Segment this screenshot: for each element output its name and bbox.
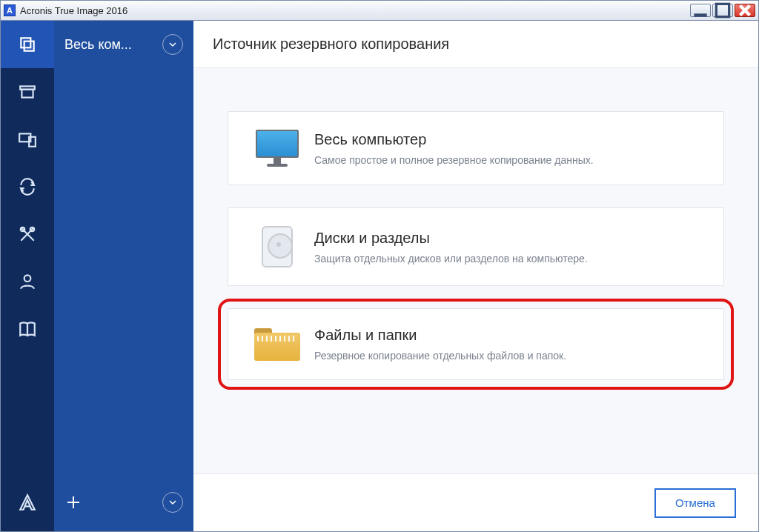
chevron-down-icon (168, 40, 177, 49)
nav-item-tools[interactable] (1, 210, 54, 258)
window-titlebar: A Acronis True Image 2016 (0, 0, 759, 21)
close-button[interactable] (735, 4, 755, 17)
plus-icon (64, 493, 82, 511)
devices-icon (18, 130, 37, 149)
window-title: Acronis True Image 2016 (20, 5, 127, 16)
nav-item-backup[interactable] (1, 21, 54, 68)
app-icon: A (4, 4, 16, 16)
main-header: Источник резервного копирования (193, 21, 758, 68)
main-footer: Отмена (193, 473, 758, 531)
option-title: Весь компьютер (314, 131, 704, 148)
option-title: Диски и разделы (314, 230, 704, 247)
option-files-folders[interactable]: Файлы и папки Резервное копирование отде… (228, 308, 724, 380)
option-disks-partitions[interactable]: Диски и разделы Защита отдельных дисков … (228, 207, 724, 286)
monitor-icon (248, 130, 307, 167)
main-panel: Источник резервного копирования Весь ком… (193, 21, 758, 531)
side-panel-more-button[interactable] (162, 492, 183, 513)
nav-item-devices[interactable] (1, 116, 54, 163)
nav-item-sync[interactable] (1, 163, 54, 210)
option-entire-computer[interactable]: Весь компьютер Самое простое и полное ре… (228, 111, 724, 185)
add-backup-button[interactable] (64, 493, 156, 511)
cancel-label: Отмена (675, 496, 715, 509)
nav-item-help[interactable] (1, 305, 54, 353)
side-panel-label: Весь ком... (64, 37, 156, 53)
disk-icon (248, 226, 307, 267)
folder-icon (248, 328, 307, 361)
minimize-button[interactable] (690, 4, 711, 17)
svg-rect-5 (24, 41, 34, 51)
nav-item-logo[interactable] (1, 473, 54, 531)
side-panel-expand-button[interactable] (162, 34, 183, 55)
option-desc: Резервное копирование отдельных файлов и… (314, 350, 704, 362)
nav-item-account[interactable] (1, 258, 54, 305)
nav-rail (1, 21, 54, 531)
svg-point-14 (24, 275, 31, 282)
svg-rect-1 (716, 4, 729, 16)
sync-icon (18, 177, 37, 196)
cancel-button[interactable]: Отмена (654, 488, 736, 518)
main-body: Весь компьютер Самое простое и полное ре… (193, 68, 758, 473)
option-desc: Защита отдельных дисков или разделов на … (314, 253, 704, 265)
option-title: Файлы и папки (314, 327, 704, 344)
svg-rect-4 (21, 38, 30, 47)
acronis-logo-icon (18, 493, 37, 512)
side-panel: Весь ком... (54, 21, 193, 531)
page-title: Источник резервного копирования (213, 36, 449, 53)
copy-icon (18, 35, 37, 54)
maximize-button[interactable] (712, 4, 733, 17)
account-icon (18, 272, 37, 291)
tools-icon (18, 225, 37, 244)
svg-rect-7 (21, 90, 33, 98)
option-desc: Самое простое и полное резервное копиров… (314, 154, 704, 166)
window-body: Весь ком... Источни (0, 21, 759, 532)
nav-item-archive[interactable] (1, 68, 54, 116)
archive-icon (18, 82, 37, 102)
chevron-down-icon (168, 498, 177, 507)
book-icon (18, 319, 37, 339)
side-panel-head[interactable]: Весь ком... (54, 21, 193, 68)
